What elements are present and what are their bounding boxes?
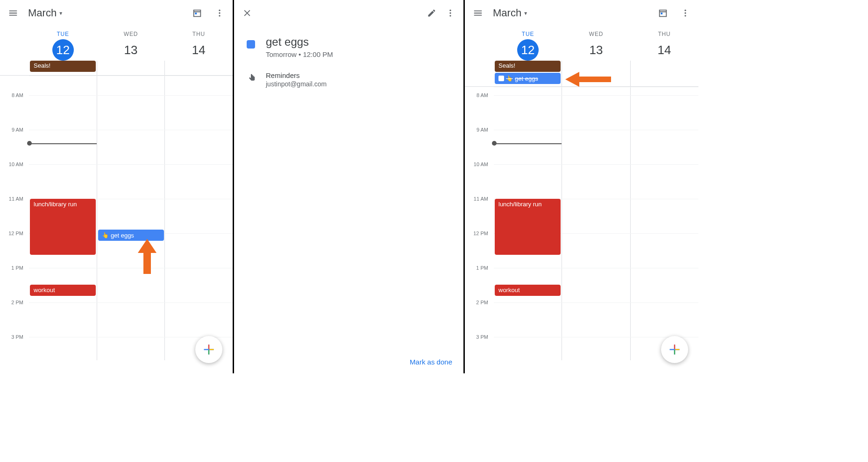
hour-label: 1 PM [465, 265, 491, 271]
day-column-thu[interactable]: THU 14 [165, 31, 233, 61]
day-number: 13 [120, 39, 142, 61]
svg-point-14 [684, 12, 686, 14]
hour-label: 3 PM [465, 334, 491, 340]
svg-point-2 [219, 12, 220, 14]
mark-as-done-button[interactable]: Mark as done [410, 358, 452, 366]
today-button-icon[interactable] [188, 4, 206, 22]
svg-point-3 [219, 15, 220, 16]
svg-rect-12 [661, 13, 662, 14]
svg-rect-19 [674, 350, 675, 354]
reminder-get-eggs[interactable]: 👆 get eggs [98, 230, 164, 241]
hour-label: 10 AM [0, 161, 26, 167]
hour-label: 2 PM [0, 300, 26, 305]
reminder-hand-icon: 👆 [506, 75, 513, 82]
reminder-title: get eggs [266, 35, 333, 49]
hour-label: 12 PM [0, 231, 26, 236]
day-number: 12 [52, 39, 74, 61]
hour-label: 9 AM [465, 127, 491, 133]
svg-point-10 [449, 15, 451, 16]
day-number: 13 [585, 39, 607, 61]
day-header-row: TUE 12 WED 13 THU 14 [0, 26, 233, 61]
event-workout[interactable]: workout [495, 285, 561, 296]
reminder-datetime: Tomorrow • 12:00 PM [266, 50, 333, 58]
reminder-label: get eggs [515, 75, 538, 82]
hour-label: 1 PM [0, 265, 26, 271]
hour-grid[interactable]: 8 AM 9 AM 10 AM 11 AM 12 PM 1 PM 2 PM 3 … [465, 87, 698, 360]
day-column-wed[interactable]: WED 13 [97, 31, 164, 61]
hamburger-menu-icon[interactable] [4, 4, 22, 22]
more-options-icon[interactable] [441, 4, 460, 22]
svg-point-9 [449, 12, 451, 14]
chevron-down-icon: ▼ [58, 11, 63, 16]
reminder-label: get eggs [111, 232, 134, 239]
more-options-icon[interactable] [676, 4, 695, 22]
day-of-week: TUE [494, 31, 562, 37]
calendar-panel-before: March ▼ TUE 12 WED 13 THU 14 [0, 0, 234, 373]
calendar-color-chip [247, 40, 255, 49]
reminder-detail-panel: get eggs Tomorrow • 12:00 PM Reminders j… [234, 0, 465, 373]
hour-label: 9 AM [0, 127, 26, 133]
month-picker[interactable]: March ▼ [26, 5, 65, 21]
day-column-wed[interactable]: WED 13 [562, 31, 630, 61]
reminder-get-eggs-done[interactable]: 👆 get eggs [495, 73, 561, 84]
detail-header [234, 0, 463, 26]
day-header-row: TUE 12 WED 13 THU 14 [465, 26, 698, 61]
create-event-fab[interactable] [661, 336, 688, 363]
reminders-section-label: Reminders [266, 71, 327, 79]
allday-event-seals[interactable]: Seals! [495, 61, 561, 72]
hour-grid[interactable]: 8 AM 9 AM 10 AM 11 AM 12 PM 1 PM 2 PM 3 … [0, 76, 233, 360]
day-column-tue[interactable]: TUE 12 [29, 31, 97, 61]
now-indicator-line [494, 143, 562, 144]
svg-point-13 [684, 10, 686, 11]
day-of-week: WED [562, 31, 630, 37]
hamburger-menu-icon[interactable] [469, 4, 487, 22]
svg-rect-18 [675, 349, 679, 350]
reminder-hand-icon: 👆 [102, 232, 109, 238]
reminder-hand-icon [245, 71, 256, 84]
allday-area: Seals! 👆 get eggs [465, 61, 698, 87]
close-icon[interactable] [238, 4, 256, 22]
month-label: March [28, 7, 57, 19]
hour-label: 2 PM [465, 300, 491, 305]
day-of-week: THU [165, 31, 233, 37]
hour-label: 11 AM [0, 196, 26, 202]
allday-event-seals[interactable]: Seals! [30, 61, 96, 72]
svg-rect-7 [208, 350, 209, 354]
hour-label: 10 AM [465, 161, 491, 167]
header: March ▼ [0, 0, 233, 26]
hour-label: 3 PM [0, 334, 26, 340]
svg-point-8 [449, 10, 451, 11]
event-lunch[interactable]: lunch/library run [495, 199, 561, 255]
now-indicator-line [29, 143, 97, 144]
svg-rect-17 [674, 345, 675, 349]
svg-point-15 [684, 15, 686, 16]
header: March ▼ [465, 0, 698, 26]
day-column-tue[interactable]: TUE 12 [494, 31, 562, 61]
account-email: justinpot@gmail.com [266, 80, 327, 88]
day-column-thu[interactable]: THU 14 [630, 31, 698, 61]
month-picker[interactable]: March ▼ [491, 5, 530, 21]
day-of-week: TUE [29, 31, 97, 37]
event-workout[interactable]: workout [30, 285, 96, 296]
day-of-week: THU [630, 31, 698, 37]
month-label: March [493, 7, 521, 19]
create-event-fab[interactable] [195, 336, 222, 363]
hour-label: 11 AM [465, 196, 491, 202]
hour-label: 8 AM [465, 92, 491, 98]
edit-icon[interactable] [422, 4, 441, 22]
hour-label: 8 AM [0, 92, 26, 98]
chevron-down-icon: ▼ [523, 11, 528, 16]
day-number: 14 [654, 39, 675, 61]
calendar-panel-after: March ▼ TUE 12 WED 13 THU 14 [465, 0, 698, 373]
day-number: 14 [188, 39, 209, 61]
svg-rect-5 [208, 345, 209, 349]
svg-rect-0 [195, 13, 197, 14]
more-options-icon[interactable] [210, 4, 229, 22]
svg-point-1 [219, 10, 220, 11]
today-button-icon[interactable] [654, 4, 672, 22]
day-of-week: WED [97, 31, 164, 37]
day-number: 12 [517, 39, 539, 61]
hour-label: 12 PM [465, 231, 491, 236]
event-lunch[interactable]: lunch/library run [30, 199, 96, 255]
allday-area: Seals! [0, 61, 233, 76]
